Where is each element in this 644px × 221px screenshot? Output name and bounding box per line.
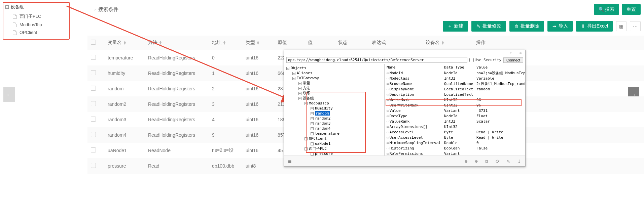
opc-tree-iotgateway[interactable]: IoTGateway [297,76,319,80]
row-checkbox[interactable] [91,117,96,122]
property-row[interactable]: ▭MinimumSamplingIntervalDouble0 [385,141,525,145]
use-security-checkbox[interactable]: Use Security [469,58,501,62]
row-checkbox[interactable] [91,86,96,91]
opc-tree-objects[interactable]: Objects [291,66,306,70]
maximize-button[interactable]: ☐ [506,51,516,55]
expand-icon[interactable]: − [305,137,308,140]
property-row[interactable]: ▭ValueRankInt32Scalar [385,119,525,124]
expand-icon[interactable]: + [292,72,295,75]
expand-icon[interactable]: + [298,82,301,85]
sort-icon[interactable]: ▲▼ [159,41,162,45]
opc-tree-devgroup[interactable]: 设备组 [303,96,314,100]
pencil-icon: ✎ [476,24,481,29]
expand-icon[interactable]: − [305,102,308,105]
batch-edit-button[interactable]: ✎批量修改 [471,21,506,32]
more-button[interactable]: ⋯ [630,21,641,31]
sort-icon[interactable]: ▲▼ [223,41,226,45]
expand-icon[interactable]: + [311,127,314,130]
expand-icon[interactable]: + [311,152,314,156]
opc-tree-opclient[interactable]: OPClient [309,136,327,141]
opc-tree-modbustcp[interactable]: ModbusTcp [309,101,329,105]
property-row[interactable]: ▭DataTypeNodeIdFloat [385,114,525,119]
property-row[interactable]: ▭UserWriteMaskUInt3296 [385,103,525,108]
grid-view-button[interactable]: ▦ [616,21,627,31]
tree-item-opclient[interactable]: OPClient [13,29,67,36]
property-row[interactable]: ▭HistorizingBooleanFalse [385,146,525,151]
nav-prev-button[interactable]: ← [3,87,15,102]
opc-tree-method[interactable]: 方法 [303,86,310,90]
reset-button[interactable]: 重置 [622,4,641,15]
fit-icon[interactable]: ⧈ [485,158,488,164]
opc-tree-const[interactable]: 常量 [303,81,310,85]
property-row[interactable]: ▭UserAccessLevelByteRead | Write [385,135,525,140]
expand-icon[interactable]: − [298,97,301,100]
edit-icon[interactable]: ✎ [507,159,510,164]
collapse-icon[interactable]: − [5,5,9,9]
expand-icon[interactable]: + [298,87,301,90]
property-row[interactable]: ▭WriteMaskUInt3296 [385,98,525,102]
opc-tree-random4[interactable]: random4 [315,126,330,131]
opc-tree-uanode1[interactable]: uaNode1 [315,141,330,146]
property-row[interactable]: ▭ValueVariant-3731 [385,108,525,113]
row-checkbox[interactable] [91,70,96,75]
row-checkbox[interactable] [91,55,96,60]
cell-type: uint16 [242,112,274,127]
property-row[interactable]: ▭NodeClassInt32Variable [385,76,525,81]
opc-tree-siemens[interactable]: 西门子PLC [309,146,327,151]
property-row[interactable]: ▭DisplayNameLocalizedTextrandom [385,87,525,92]
zoom-in-icon[interactable]: ⊕ [465,159,467,164]
download-icon[interactable]: ⤓ [517,159,521,164]
sort-icon[interactable]: ▲▼ [441,41,444,45]
export-excel-button[interactable]: ⬇导出Excel [576,21,613,32]
cell-type: uint16 [242,143,274,158]
tree-root-device-group[interactable]: − 设备组 [5,4,67,10]
opc-tree-aliases[interactable]: Aliases [297,71,312,75]
search-icon: 🔍 [599,7,603,12]
opc-tree-temperature[interactable]: temperature [315,131,339,136]
minimize-button[interactable]: ─ [497,51,506,55]
expand-icon[interactable]: + [311,112,314,115]
property-row[interactable]: ▭BrowseNameQualifiedName2:设备组_ModbusTcp_… [385,82,525,86]
file-icon [13,14,17,19]
property-row[interactable]: ▭DescriptionLocalizedText [385,92,525,97]
tree-item-modbustcp[interactable]: ModbusTcp [13,21,67,29]
batch-delete-button[interactable]: 🗑批量删除 [509,21,544,32]
close-button[interactable]: ✕ [516,51,525,55]
property-row[interactable]: ▭NodeIdNodeIdns=2;s=设备组_ModbusTcp_random [385,71,525,76]
opc-tree-panel: −Objects +Aliases −IoTGateway +常量 +方法 +联… [284,64,385,157]
opc-tree-contact[interactable]: 联系 [303,91,310,95]
sort-icon[interactable]: ▲▼ [123,41,127,45]
cell-method: ReadHoldingRegisters [145,127,209,143]
opc-tree-humidity[interactable]: humidity [315,106,333,110]
expand-icon[interactable]: − [286,67,289,70]
opc-tree-random[interactable]: random [315,111,330,116]
property-row[interactable]: ▭ArrayDimensions[]UInt32 [385,125,525,129]
expand-icon[interactable]: + [311,107,314,110]
expand-icon[interactable]: + [298,92,301,95]
row-checkbox[interactable] [91,163,96,168]
grid-icon[interactable]: ▦ [288,159,291,164]
row-checkbox[interactable] [91,147,96,152]
expand-icon[interactable]: + [311,132,314,135]
search-button[interactable]: 🔍搜索 [594,4,619,15]
new-button[interactable]: ＋新建 [443,21,468,32]
select-all-checkbox[interactable] [91,40,96,45]
expand-icon[interactable]: − [305,147,308,150]
connect-button[interactable]: Connect [503,57,523,63]
expand-icon[interactable]: − [292,77,295,80]
chevron-right-icon[interactable]: › [94,7,96,12]
tree-item-siemens[interactable]: 西门子PLC [13,12,67,21]
expand-icon[interactable]: + [311,142,314,145]
expand-icon[interactable]: + [311,122,314,125]
row-checkbox[interactable] [91,132,96,137]
sort-icon[interactable]: ▲▼ [256,41,260,45]
server-url-input[interactable] [286,57,467,63]
property-row[interactable]: ▭AccessLevelByteRead | Write [385,130,525,135]
rotate-icon[interactable]: ⟳ [496,159,500,164]
zoom-out-icon[interactable]: ⊖ [475,159,477,164]
opc-tree-random2[interactable]: random2 [315,116,330,121]
expand-icon[interactable]: + [311,117,314,120]
opc-tree-random3[interactable]: random3 [315,121,330,126]
row-checkbox[interactable] [91,101,96,106]
import-button[interactable]: ⇥导入 [547,21,573,32]
